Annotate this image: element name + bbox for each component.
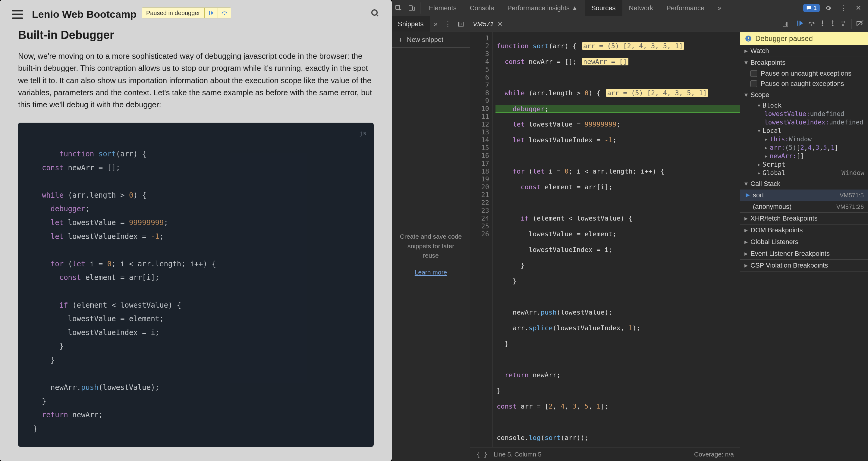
inspect-icon[interactable]	[392, 0, 405, 16]
svg-line-1	[376, 14, 378, 16]
svg-marker-14	[785, 23, 786, 25]
pause-caught-row[interactable]: Pause on caught exceptions	[740, 79, 868, 89]
current-frame-icon	[746, 193, 750, 197]
cursor-position: Line 5, Column 5	[494, 451, 541, 458]
scope-section[interactable]: ▾Scope	[740, 89, 868, 101]
snippets-placeholder: Create and save code snippets for later …	[392, 48, 470, 461]
step-over-button-icon[interactable]	[808, 20, 815, 28]
page-heading: Built-in Debugger	[18, 29, 374, 41]
callstack-row[interactable]: (anonymous) VM571:26	[740, 201, 868, 212]
svg-point-24	[842, 24, 844, 26]
code-lang-label: js	[359, 127, 367, 139]
deactivate-breakpoints-icon[interactable]	[856, 20, 864, 28]
callstack-section[interactable]: ▾Call Stack	[740, 178, 868, 189]
snippets-pane: ＋ New snippet Create and save code snipp…	[392, 32, 470, 461]
messages-pill[interactable]: 1	[803, 4, 820, 12]
learn-more-link[interactable]: Learn more	[415, 268, 447, 277]
svg-marker-16	[800, 21, 803, 26]
paused-debugger-bar: Paused in debugger	[142, 7, 231, 19]
code-body: function sort(arr) {arr = (5) [2, 4, 3, …	[493, 32, 740, 447]
file-tab[interactable]: VM571 ✕	[467, 16, 508, 32]
svg-point-0	[372, 10, 377, 16]
tab-perf-insights[interactable]: Performance insights▲	[501, 0, 584, 16]
settings-icon[interactable]	[822, 0, 835, 16]
subtab-overflow-icon[interactable]: »	[430, 16, 442, 32]
pretty-print-icon[interactable]: { }	[476, 451, 488, 458]
close-devtools-icon[interactable]: ✕	[852, 0, 865, 16]
devtools-tabs: Elements Console Performance insights▲ S…	[422, 0, 728, 16]
devtools-second-bar: Snippets » ⋮ VM571 ✕	[392, 16, 868, 32]
step-over-icon[interactable]	[218, 8, 231, 18]
resume-button-icon[interactable]	[797, 20, 804, 29]
svg-marker-11	[461, 23, 461, 25]
more-icon[interactable]: ⋮	[837, 0, 850, 16]
hamburger-icon[interactable]	[12, 10, 23, 19]
device-icon[interactable]	[405, 0, 418, 16]
svg-point-21	[832, 24, 834, 26]
watch-section[interactable]: ▸Watch	[740, 45, 868, 57]
page-paragraph: Now, we're moving on to a more sophistic…	[18, 50, 374, 111]
pause-uncaught-row[interactable]: Pause on uncaught exceptions	[740, 68, 868, 79]
svg-point-19	[822, 24, 824, 26]
code-block: jsfunction sort(arr) { const newArr = []…	[18, 123, 374, 447]
debugger-pane: Debugger paused ▸Watch ▾Breakpoints Paus…	[740, 32, 868, 461]
resume-icon[interactable]	[204, 8, 218, 18]
new-snippet-button[interactable]: ＋ New snippet	[392, 32, 470, 48]
tab-sources[interactable]: Sources	[585, 0, 622, 16]
svg-point-17	[811, 24, 812, 26]
svg-marker-20	[821, 23, 824, 24]
subtab-snippets[interactable]: Snippets	[392, 16, 430, 32]
devtools: Elements Console Performance insights▲ S…	[392, 0, 868, 461]
gutter: 1234567891011121314151617181920212223242…	[470, 32, 493, 447]
svg-rect-28	[748, 40, 749, 40]
step-icon[interactable]	[840, 20, 847, 28]
svg-rect-27	[748, 37, 749, 39]
global-listeners-section[interactable]: ▸Global Listeners	[740, 236, 868, 248]
debugger-paused-banner: Debugger paused	[740, 32, 868, 45]
svg-point-4	[224, 14, 225, 15]
tabs-overflow-icon[interactable]: »	[711, 0, 728, 16]
svg-rect-2	[209, 11, 210, 15]
debug-controls	[792, 16, 868, 32]
step-into-icon[interactable]	[819, 20, 826, 28]
webpage-pane: Lenio Web Bootcamp Paused in debugger Bu…	[0, 0, 392, 461]
svg-marker-23	[844, 21, 845, 23]
close-file-icon[interactable]: ✕	[497, 20, 503, 28]
tab-performance[interactable]: Performance	[660, 0, 711, 16]
svg-marker-22	[832, 20, 834, 21]
code-editor[interactable]: 1234567891011121314151617181920212223242…	[470, 32, 740, 447]
svg-marker-3	[211, 11, 214, 15]
xhr-breakpoints-section[interactable]: ▸XHR/fetch Breakpoints	[740, 213, 868, 224]
search-icon[interactable]	[371, 9, 380, 20]
toggle-debugger-icon[interactable]	[779, 16, 792, 32]
toggle-navigator-icon[interactable]	[454, 16, 467, 32]
svg-marker-5	[226, 12, 227, 13]
editor-status-bar: { } Line 5, Column 5 Coverage: n/a	[470, 447, 740, 461]
devtools-top-bar: Elements Console Performance insights▲ S…	[392, 0, 868, 16]
svg-marker-18	[813, 22, 815, 24]
tab-network[interactable]: Network	[622, 0, 660, 16]
editor-pane: 1234567891011121314151617181920212223242…	[470, 32, 740, 461]
csp-breakpoints-section[interactable]: ▸CSP Violation Breakpoints	[740, 260, 868, 271]
checkbox-icon[interactable]	[750, 70, 757, 77]
svg-rect-8	[412, 7, 415, 10]
dom-breakpoints-section[interactable]: ▸DOM Breakpoints	[740, 224, 868, 236]
page-content: Built-in Debugger Now, we're moving on t…	[0, 29, 392, 459]
checkbox-icon[interactable]	[750, 81, 757, 87]
callstack-row[interactable]: sort VM571:5	[740, 189, 868, 201]
paused-label: Paused in debugger	[142, 8, 204, 18]
tab-elements[interactable]: Elements	[422, 0, 463, 16]
coverage-info: Coverage: n/a	[694, 451, 734, 458]
svg-rect-15	[797, 21, 798, 26]
tab-console[interactable]: Console	[463, 0, 501, 16]
plus-icon: ＋	[397, 35, 404, 44]
brand-title: Lenio Web Bootcamp	[32, 8, 136, 20]
subtab-more-icon[interactable]: ⋮	[442, 16, 454, 32]
event-listener-breakpoints-section[interactable]: ▸Event Listener Breakpoints	[740, 248, 868, 259]
svg-rect-7	[409, 6, 412, 10]
breakpoints-section[interactable]: ▾Breakpoints	[740, 57, 868, 68]
step-out-icon[interactable]	[830, 20, 836, 28]
